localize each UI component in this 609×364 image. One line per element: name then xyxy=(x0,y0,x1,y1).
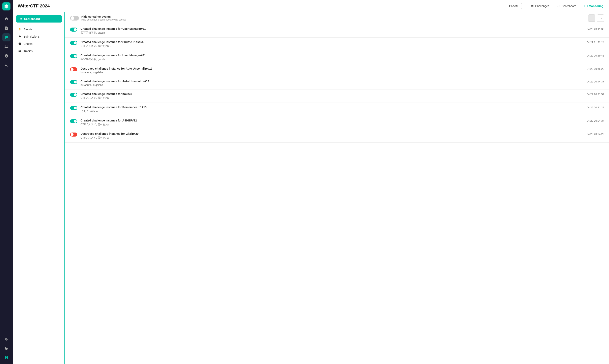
toggle-title: Hide container events xyxy=(81,15,126,18)
event-title: Created challenge instance for box#35 xyxy=(81,92,583,95)
event-title: Created challenge instance for Shuffle P… xyxy=(81,40,583,44)
header-nav: Challenges Scoreboard Monitoring xyxy=(530,3,604,9)
event-content: Created challenge instance for Remember … xyxy=(81,105,583,113)
event-title: Destroyed challenge instance for GitZip#… xyxy=(81,132,583,135)
event-time: 04/29 20:59:45 xyxy=(587,54,604,57)
page-title: W4terCTF 2024 xyxy=(18,3,505,9)
container-events-toggle[interactable] xyxy=(70,16,79,21)
toggle-subtitle: Hide container creation/destroying event… xyxy=(81,18,126,21)
nav-events-label: Events xyxy=(24,28,32,31)
nav-challenges-label: Challenges xyxy=(535,4,549,8)
event-item: Created challenge instance for User Mana… xyxy=(65,51,609,64)
scoreboard-btn-label: Scoreboard xyxy=(24,17,40,21)
nav-cheats-label: Cheats xyxy=(24,42,32,45)
event-subtitle: CTFノススメ, 雪村あおい xyxy=(81,96,583,100)
sidebar-info-icon[interactable] xyxy=(2,52,11,60)
event-title: Created challenge instance for Auto Unse… xyxy=(81,80,583,83)
event-content: Created challenge instance for Shuffle P… xyxy=(81,40,583,48)
nav-traffics-label: Traffics xyxy=(24,50,33,53)
nav-scoreboard[interactable]: Scoreboard xyxy=(556,3,577,9)
nav-traffics[interactable]: Traffics xyxy=(13,47,65,55)
event-content: Destroyed challenge instance for Auto Un… xyxy=(81,67,583,74)
event-toggle xyxy=(70,54,77,58)
event-title: Created challenge instance for Remember … xyxy=(81,105,583,109)
event-toggle xyxy=(70,27,77,32)
event-content: Created challenge instance for User Mana… xyxy=(81,27,583,35)
event-subtitle: burabura, bugeisha xyxy=(81,83,583,87)
toggle-bar: Hide container events Hide container cre… xyxy=(65,12,609,24)
event-toggle xyxy=(70,93,77,97)
app-logo[interactable] xyxy=(2,2,11,11)
event-item: Created challenge instance for Remember … xyxy=(65,103,609,116)
scoreboard-button[interactable]: Scoreboard xyxy=(16,15,62,23)
nav-submissions[interactable]: Submissions xyxy=(13,33,65,40)
event-time: 04/29 20:45:20 xyxy=(587,67,604,70)
event-subtitle: burabura, bugeisha xyxy=(81,71,583,74)
event-content: Created challenge instance for User Mana… xyxy=(81,54,583,61)
event-time: 04/29 20:21:59 xyxy=(587,93,604,96)
sidebar-theme-icon[interactable] xyxy=(2,344,11,352)
toggle-left: Hide container events Hide container cre… xyxy=(70,15,126,21)
left-panel: Scoreboard Events Submissions Cheats Tra… xyxy=(13,12,65,364)
nav-events[interactable]: Events xyxy=(13,26,65,33)
sidebar-settings-icon[interactable] xyxy=(2,61,11,69)
main-content: W4terCTF 2024 Ended Challenges Scoreboar… xyxy=(13,0,609,364)
pagination-arrows: ← → xyxy=(588,14,604,22)
prev-page-button[interactable]: ← xyxy=(588,14,595,22)
event-item: Created challenge instance for box#35 CT… xyxy=(65,90,609,103)
toggle-text: Hide container events Hide container cre… xyxy=(81,15,126,21)
event-toggle xyxy=(70,106,77,110)
event-item: Created challenge instance for Auto Unse… xyxy=(65,77,609,90)
sidebar-translate-icon[interactable] xyxy=(2,335,11,343)
sidebar xyxy=(0,0,13,364)
sidebar-team-icon[interactable] xyxy=(2,43,11,51)
event-subtitle: 我写的都不队, gaoshi xyxy=(81,57,583,61)
nav-scoreboard-label: Scoreboard xyxy=(562,4,576,8)
event-subtitle: 飞飞飞, Wilson xyxy=(81,109,583,113)
event-time: 04/29 20:44:37 xyxy=(587,80,604,83)
event-title: Created challenge instance for User Mana… xyxy=(81,27,583,30)
event-subtitle: CTFノススメ, 雪村あおい xyxy=(81,44,583,48)
event-time: 04/29 20:04:29 xyxy=(587,132,604,136)
event-title: Created challenge instance for User Mana… xyxy=(81,54,583,57)
nav-cheats[interactable]: Cheats xyxy=(13,40,65,47)
event-toggle xyxy=(70,119,77,123)
sidebar-flag-icon[interactable] xyxy=(2,33,11,41)
event-subtitle: CTFノススメ, 雪村あおい xyxy=(81,123,583,126)
event-subtitle: CTFノススメ, 雪村あおい xyxy=(81,136,583,140)
sidebar-home-icon[interactable] xyxy=(2,15,11,23)
next-page-button[interactable]: → xyxy=(597,14,604,22)
event-time: 04/29 21:32:24 xyxy=(587,41,604,44)
event-content: Destroyed challenge instance for GitZip#… xyxy=(81,132,583,140)
event-title: Created challenge instance for ASHBP#32 xyxy=(81,119,583,122)
event-title: Destroyed challenge instance for Auto Un… xyxy=(81,67,583,70)
header: W4terCTF 2024 Ended Challenges Scoreboar… xyxy=(13,0,609,12)
events-list: Created challenge instance for User Mana… xyxy=(65,24,609,364)
event-time: 04/29 20:04:34 xyxy=(587,119,604,122)
event-toggle xyxy=(70,80,77,84)
event-toggle xyxy=(70,67,77,71)
event-content: Created challenge instance for box#35 CT… xyxy=(81,92,583,100)
event-subtitle: 我写的都不队, gaoshi xyxy=(81,31,583,35)
event-item: Created challenge instance for ASHBP#32 … xyxy=(65,116,609,129)
nav-monitoring[interactable]: Monitoring xyxy=(584,3,604,9)
event-item: Created challenge instance for Shuffle P… xyxy=(65,38,609,51)
sidebar-document-icon[interactable] xyxy=(2,24,11,32)
sidebar-profile-icon[interactable] xyxy=(2,353,11,362)
content-area: Scoreboard Events Submissions Cheats Tra… xyxy=(13,12,609,364)
event-item: Destroyed challenge instance for GitZip#… xyxy=(65,129,609,143)
event-item: Destroyed challenge instance for Auto Un… xyxy=(65,64,609,77)
event-content: Created challenge instance for Auto Unse… xyxy=(81,80,583,87)
right-panel: Hide container events Hide container cre… xyxy=(65,12,609,364)
event-toggle xyxy=(70,132,77,137)
event-toggle xyxy=(70,41,77,45)
nav-monitoring-label: Monitoring xyxy=(589,4,603,8)
nav-submissions-label: Submissions xyxy=(24,35,40,38)
event-time: 04/29 23:11:38 xyxy=(587,27,604,31)
event-content: Created challenge instance for ASHBP#32 … xyxy=(81,119,583,126)
contest-status: Ended xyxy=(505,3,522,9)
event-time: 04/29 20:21:22 xyxy=(587,106,604,109)
nav-challenges[interactable]: Challenges xyxy=(530,3,550,9)
event-item: Created challenge instance for User Mana… xyxy=(65,24,609,38)
